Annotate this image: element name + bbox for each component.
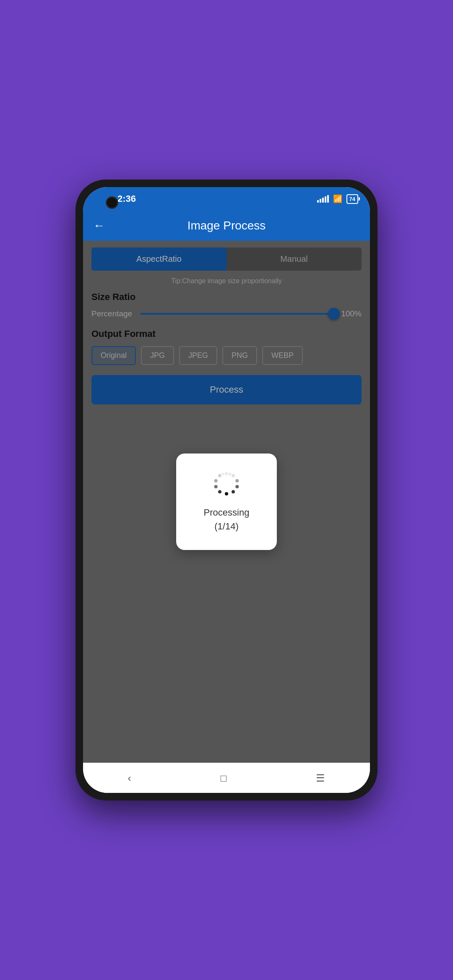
svg-point-5 bbox=[225, 492, 228, 495]
wifi-icon: 📶 bbox=[333, 194, 342, 203]
svg-point-2 bbox=[235, 479, 239, 482]
battery-icon: 74 bbox=[346, 194, 358, 204]
processing-label: Processing bbox=[204, 507, 250, 518]
svg-point-1 bbox=[232, 474, 235, 477]
modal-overlay: Processing (1/14) bbox=[83, 241, 370, 763]
nav-home-button[interactable]: □ bbox=[211, 767, 237, 789]
bottom-nav: ‹ □ ☰ bbox=[83, 763, 370, 793]
page-title: Image Process bbox=[113, 219, 340, 232]
processing-progress: (1/14) bbox=[214, 521, 238, 532]
svg-point-8 bbox=[214, 479, 218, 482]
nav-menu-button[interactable]: ☰ bbox=[306, 767, 335, 789]
status-time: 2:36 bbox=[117, 193, 136, 204]
camera-hole bbox=[106, 196, 118, 209]
loading-spinner bbox=[213, 470, 240, 497]
signal-icon bbox=[317, 195, 329, 203]
svg-point-11 bbox=[229, 473, 231, 475]
svg-point-9 bbox=[218, 474, 221, 477]
svg-point-6 bbox=[218, 490, 221, 493]
svg-point-10 bbox=[222, 473, 224, 475]
app-bar: ← Image Process bbox=[83, 211, 370, 241]
svg-point-0 bbox=[225, 472, 228, 475]
svg-point-3 bbox=[235, 485, 239, 488]
status-bar: 2:36 📶 74 bbox=[83, 187, 370, 211]
svg-point-7 bbox=[214, 485, 218, 488]
back-button[interactable]: ← bbox=[93, 219, 105, 232]
modal-card: Processing (1/14) bbox=[176, 454, 277, 550]
svg-point-4 bbox=[232, 490, 235, 493]
nav-back-button[interactable]: ‹ bbox=[118, 767, 141, 789]
modal-text: Processing (1/14) bbox=[204, 506, 250, 533]
status-icons: 📶 74 bbox=[317, 194, 358, 204]
main-content: AspectRatio Manual Tip:Change image size… bbox=[83, 241, 370, 763]
